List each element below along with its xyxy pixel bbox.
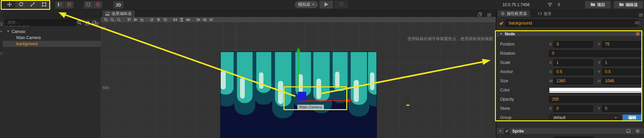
distribute-horizontal-icon[interactable]	[173, 17, 177, 22]
property-row-skew: Skew X 0 Y 0	[497, 104, 644, 113]
rect-transform-icon	[42, 2, 47, 8]
align-hcenter-icon[interactable]	[156, 17, 161, 22]
chevron-down-icon: ▼	[614, 115, 617, 121]
distribute-right-icon[interactable]	[202, 17, 207, 22]
chevron-down-icon: ▼	[312, 3, 315, 6]
zoom-out-icon[interactable]	[110, 17, 114, 22]
scene-viewport[interactable]: 1,000 500 使用鼠标右键平移视窗焦点，使用滚轮缩放视图	[101, 22, 496, 138]
align-right-icon[interactable]	[163, 17, 167, 22]
reload-button[interactable]	[334, 1, 348, 8]
property-label: Opacity	[500, 95, 514, 104]
gear-icon[interactable]	[636, 32, 640, 37]
cocos-creator-window: 3D 模拟器 ▼ 10.0.75.1:7456 0 项目	[0, 0, 644, 138]
property-label: Position	[500, 40, 515, 49]
tab-scene-editor[interactable]: 场景编辑器	[102, 10, 135, 17]
rect-gizmo-icon	[86, 2, 91, 8]
sprite-enabled-checkbox[interactable]	[504, 128, 510, 134]
search-icon[interactable]	[77, 20, 81, 26]
color-swatch[interactable]	[549, 87, 642, 93]
tree-item-label: Canvas	[12, 29, 25, 35]
group-dropdown[interactable]: default ▼	[549, 115, 621, 121]
services-icon	[538, 12, 542, 15]
position-y-input[interactable]: 75	[602, 41, 642, 48]
game-canvas-preview	[220, 52, 377, 138]
node-active-checkbox[interactable]	[498, 20, 504, 27]
rotation-input[interactable]: 0	[549, 50, 642, 57]
position-x-input[interactable]: 3	[553, 41, 593, 48]
tree-item-label: background	[16, 41, 38, 47]
background-sprite-image	[221, 52, 376, 138]
opacity-input[interactable]: 255	[549, 96, 642, 103]
sprite-section-header[interactable]: ▼ Sprite	[497, 128, 644, 135]
search-input[interactable]	[5, 19, 76, 26]
open-project-button[interactable]: 项目	[585, 1, 611, 8]
check-icon	[505, 130, 509, 133]
camera-gizmo-label[interactable]: Main Camera	[297, 105, 324, 110]
property-row-group: Group default ▼ 编辑	[497, 113, 644, 122]
node-section-header[interactable]: ▼ Node	[497, 31, 644, 37]
sprite-field-partial	[553, 137, 594, 138]
scale-y-input[interactable]: 1	[602, 59, 642, 66]
property-label: Scale	[500, 58, 510, 67]
skew-y-input[interactable]: 0	[602, 105, 642, 112]
reload-icon	[339, 2, 344, 8]
tab-properties[interactable]: 属性检查器	[498, 10, 530, 17]
distribute-vertical-icon[interactable]	[179, 17, 184, 22]
scene-tab-label: 场景编辑器	[111, 11, 132, 17]
distribute-span-icon[interactable]	[209, 17, 213, 22]
axis-label-y: Y	[598, 67, 600, 76]
node-name-field[interactable]: background	[505, 19, 638, 27]
locate-node-icon[interactable]	[85, 20, 89, 26]
rotate-tool-button[interactable]	[15, 1, 27, 8]
toolbar-separator	[147, 18, 147, 21]
align-left-icon[interactable]	[150, 17, 154, 22]
dock-handle-icon[interactable]	[0, 22, 2, 23]
collapse-arrow-icon[interactable]: ▼	[499, 130, 502, 133]
size-width-input[interactable]: 1360	[553, 78, 593, 84]
mode-3d-button[interactable]: 3D	[113, 1, 124, 8]
collapsed-tab-icon[interactable]	[0, 30, 2, 33]
collapse-arrow-icon[interactable]: ▼	[500, 32, 502, 35]
hierarchy-tabbar: 层级管理器	[3, 10, 101, 18]
property-label: Anchor	[500, 67, 513, 76]
size-height-input[interactable]: 1048	[602, 78, 642, 84]
align-bottom-icon[interactable]	[140, 17, 144, 22]
tab-services[interactable]: 服务	[535, 10, 555, 17]
move-tool-button[interactable]	[4, 1, 15, 8]
scale-tool-button[interactable]	[27, 1, 38, 8]
refresh-icon[interactable]	[92, 20, 96, 26]
sprite-section-title: Sprite	[512, 129, 524, 134]
align-top-icon[interactable]	[127, 17, 131, 22]
zoom-in-icon[interactable]	[104, 17, 108, 22]
anchor-x-input[interactable]: 0.5	[553, 69, 593, 75]
property-label: Skew	[500, 104, 510, 113]
rect-gizmo-button[interactable]	[84, 1, 93, 8]
open-editor-button[interactable]: 编辑器	[614, 1, 643, 8]
anchor-mode-button[interactable]	[55, 1, 64, 8]
group-edit-button[interactable]: 编辑	[623, 115, 642, 121]
panel-menu-icon[interactable]	[639, 12, 643, 18]
skew-x-input[interactable]: 0	[553, 105, 593, 112]
tree-item-background[interactable]: background	[3, 41, 101, 47]
pin-icon[interactable]	[0, 52, 2, 55]
dock-handle-icon	[0, 24, 2, 24]
play-button[interactable]	[319, 1, 333, 8]
docs-icon[interactable]	[626, 129, 630, 134]
gear-icon[interactable]	[636, 129, 640, 134]
tree-item-canvas[interactable]: ▼ Canvas	[3, 29, 101, 35]
axis-label-x: X	[549, 67, 552, 76]
tree-item-main-camera[interactable]: Main Camera	[3, 35, 101, 41]
expand-arrow-icon[interactable]: ▼	[7, 29, 10, 35]
distribute-center-icon[interactable]	[186, 17, 190, 22]
scale-x-input[interactable]: 1	[553, 59, 593, 66]
distribute-left-icon[interactable]	[196, 17, 200, 22]
zoom-reset-icon[interactable]	[116, 17, 121, 22]
simulator-dropdown[interactable]: 模拟器 ▼	[295, 1, 318, 8]
align-vcenter-icon[interactable]	[133, 17, 137, 22]
axis-label-w: W	[549, 76, 553, 86]
anchor-y-input[interactable]: 0.5	[602, 69, 642, 75]
sphere-gizmo-button[interactable]	[93, 1, 102, 8]
check-icon	[499, 21, 503, 25]
rect-transform-tool-button[interactable]	[38, 1, 50, 8]
coordinate-mode-button[interactable]	[65, 1, 74, 8]
